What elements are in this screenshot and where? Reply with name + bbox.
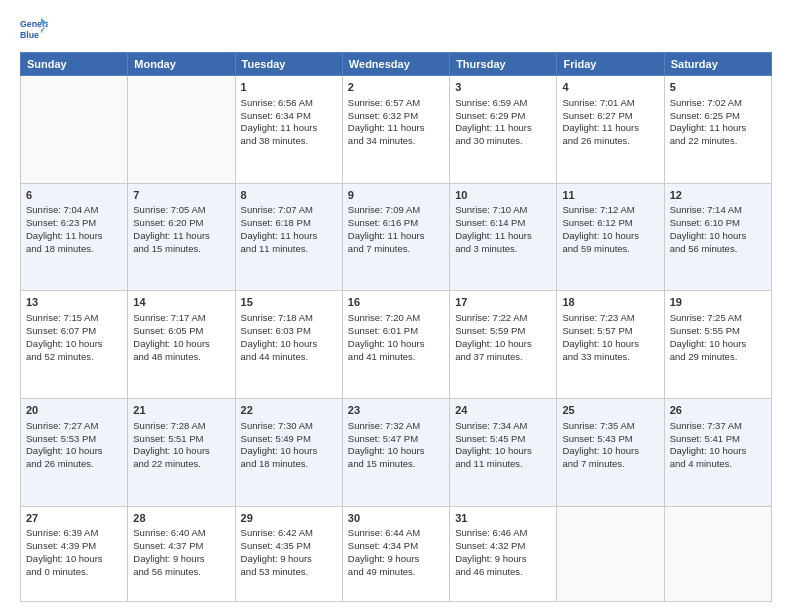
day-info: Sunrise: 7:34 AMSunset: 5:45 PMDaylight:… bbox=[455, 420, 551, 471]
day-number: 27 bbox=[26, 511, 122, 526]
day-info: Sunrise: 7:02 AMSunset: 6:25 PMDaylight:… bbox=[670, 97, 766, 148]
day-number: 13 bbox=[26, 295, 122, 310]
day-number: 26 bbox=[670, 403, 766, 418]
day-number: 16 bbox=[348, 295, 444, 310]
day-number: 14 bbox=[133, 295, 229, 310]
day-cell bbox=[664, 506, 771, 601]
day-cell: 9Sunrise: 7:09 AMSunset: 6:16 PMDaylight… bbox=[342, 183, 449, 291]
day-header-wednesday: Wednesday bbox=[342, 53, 449, 76]
day-number: 21 bbox=[133, 403, 229, 418]
day-cell: 7Sunrise: 7:05 AMSunset: 6:20 PMDaylight… bbox=[128, 183, 235, 291]
day-number: 20 bbox=[26, 403, 122, 418]
day-info: Sunrise: 6:57 AMSunset: 6:32 PMDaylight:… bbox=[348, 97, 444, 148]
week-row-3: 13Sunrise: 7:15 AMSunset: 6:07 PMDayligh… bbox=[21, 291, 772, 399]
calendar-body: 1Sunrise: 6:56 AMSunset: 6:34 PMDaylight… bbox=[21, 76, 772, 602]
day-cell: 6Sunrise: 7:04 AMSunset: 6:23 PMDaylight… bbox=[21, 183, 128, 291]
day-cell: 4Sunrise: 7:01 AMSunset: 6:27 PMDaylight… bbox=[557, 76, 664, 184]
day-cell: 1Sunrise: 6:56 AMSunset: 6:34 PMDaylight… bbox=[235, 76, 342, 184]
day-number: 23 bbox=[348, 403, 444, 418]
day-info: Sunrise: 7:04 AMSunset: 6:23 PMDaylight:… bbox=[26, 204, 122, 255]
day-cell: 14Sunrise: 7:17 AMSunset: 6:05 PMDayligh… bbox=[128, 291, 235, 399]
day-number: 28 bbox=[133, 511, 229, 526]
day-info: Sunrise: 6:42 AMSunset: 4:35 PMDaylight:… bbox=[241, 527, 337, 578]
day-cell: 17Sunrise: 7:22 AMSunset: 5:59 PMDayligh… bbox=[450, 291, 557, 399]
day-number: 19 bbox=[670, 295, 766, 310]
day-info: Sunrise: 6:44 AMSunset: 4:34 PMDaylight:… bbox=[348, 527, 444, 578]
day-info: Sunrise: 7:27 AMSunset: 5:53 PMDaylight:… bbox=[26, 420, 122, 471]
day-info: Sunrise: 7:23 AMSunset: 5:57 PMDaylight:… bbox=[562, 312, 658, 363]
day-header-monday: Monday bbox=[128, 53, 235, 76]
day-number: 12 bbox=[670, 188, 766, 203]
day-info: Sunrise: 7:25 AMSunset: 5:55 PMDaylight:… bbox=[670, 312, 766, 363]
day-info: Sunrise: 7:12 AMSunset: 6:12 PMDaylight:… bbox=[562, 204, 658, 255]
day-cell: 23Sunrise: 7:32 AMSunset: 5:47 PMDayligh… bbox=[342, 398, 449, 506]
day-cell: 13Sunrise: 7:15 AMSunset: 6:07 PMDayligh… bbox=[21, 291, 128, 399]
day-number: 10 bbox=[455, 188, 551, 203]
day-info: Sunrise: 7:09 AMSunset: 6:16 PMDaylight:… bbox=[348, 204, 444, 255]
day-cell: 8Sunrise: 7:07 AMSunset: 6:18 PMDaylight… bbox=[235, 183, 342, 291]
day-cell: 22Sunrise: 7:30 AMSunset: 5:49 PMDayligh… bbox=[235, 398, 342, 506]
day-number: 1 bbox=[241, 80, 337, 95]
day-info: Sunrise: 7:32 AMSunset: 5:47 PMDaylight:… bbox=[348, 420, 444, 471]
logo: General Blue bbox=[20, 16, 48, 44]
week-row-2: 6Sunrise: 7:04 AMSunset: 6:23 PMDaylight… bbox=[21, 183, 772, 291]
day-number: 18 bbox=[562, 295, 658, 310]
day-cell: 28Sunrise: 6:40 AMSunset: 4:37 PMDayligh… bbox=[128, 506, 235, 601]
day-header-friday: Friday bbox=[557, 53, 664, 76]
day-cell: 11Sunrise: 7:12 AMSunset: 6:12 PMDayligh… bbox=[557, 183, 664, 291]
day-info: Sunrise: 6:46 AMSunset: 4:32 PMDaylight:… bbox=[455, 527, 551, 578]
week-row-1: 1Sunrise: 6:56 AMSunset: 6:34 PMDaylight… bbox=[21, 76, 772, 184]
day-info: Sunrise: 7:10 AMSunset: 6:14 PMDaylight:… bbox=[455, 204, 551, 255]
day-cell: 24Sunrise: 7:34 AMSunset: 5:45 PMDayligh… bbox=[450, 398, 557, 506]
day-info: Sunrise: 7:07 AMSunset: 6:18 PMDaylight:… bbox=[241, 204, 337, 255]
week-row-4: 20Sunrise: 7:27 AMSunset: 5:53 PMDayligh… bbox=[21, 398, 772, 506]
day-header-sunday: Sunday bbox=[21, 53, 128, 76]
day-number: 7 bbox=[133, 188, 229, 203]
day-number: 31 bbox=[455, 511, 551, 526]
day-cell bbox=[21, 76, 128, 184]
day-info: Sunrise: 7:20 AMSunset: 6:01 PMDaylight:… bbox=[348, 312, 444, 363]
day-number: 30 bbox=[348, 511, 444, 526]
day-info: Sunrise: 7:17 AMSunset: 6:05 PMDaylight:… bbox=[133, 312, 229, 363]
day-info: Sunrise: 7:05 AMSunset: 6:20 PMDaylight:… bbox=[133, 204, 229, 255]
day-cell: 31Sunrise: 6:46 AMSunset: 4:32 PMDayligh… bbox=[450, 506, 557, 601]
day-cell: 15Sunrise: 7:18 AMSunset: 6:03 PMDayligh… bbox=[235, 291, 342, 399]
day-header-thursday: Thursday bbox=[450, 53, 557, 76]
svg-text:Blue: Blue bbox=[20, 30, 39, 40]
day-cell bbox=[128, 76, 235, 184]
day-info: Sunrise: 7:35 AMSunset: 5:43 PMDaylight:… bbox=[562, 420, 658, 471]
day-info: Sunrise: 7:28 AMSunset: 5:51 PMDaylight:… bbox=[133, 420, 229, 471]
day-number: 11 bbox=[562, 188, 658, 203]
day-cell: 27Sunrise: 6:39 AMSunset: 4:39 PMDayligh… bbox=[21, 506, 128, 601]
day-info: Sunrise: 7:37 AMSunset: 5:41 PMDaylight:… bbox=[670, 420, 766, 471]
day-number: 15 bbox=[241, 295, 337, 310]
calendar-table: SundayMondayTuesdayWednesdayThursdayFrid… bbox=[20, 52, 772, 602]
day-info: Sunrise: 6:40 AMSunset: 4:37 PMDaylight:… bbox=[133, 527, 229, 578]
day-info: Sunrise: 6:59 AMSunset: 6:29 PMDaylight:… bbox=[455, 97, 551, 148]
day-cell: 12Sunrise: 7:14 AMSunset: 6:10 PMDayligh… bbox=[664, 183, 771, 291]
day-cell bbox=[557, 506, 664, 601]
day-header-tuesday: Tuesday bbox=[235, 53, 342, 76]
day-info: Sunrise: 7:30 AMSunset: 5:49 PMDaylight:… bbox=[241, 420, 337, 471]
day-cell: 30Sunrise: 6:44 AMSunset: 4:34 PMDayligh… bbox=[342, 506, 449, 601]
header: General Blue bbox=[20, 16, 772, 44]
day-info: Sunrise: 7:22 AMSunset: 5:59 PMDaylight:… bbox=[455, 312, 551, 363]
day-number: 6 bbox=[26, 188, 122, 203]
day-cell: 2Sunrise: 6:57 AMSunset: 6:32 PMDaylight… bbox=[342, 76, 449, 184]
day-cell: 20Sunrise: 7:27 AMSunset: 5:53 PMDayligh… bbox=[21, 398, 128, 506]
day-cell: 26Sunrise: 7:37 AMSunset: 5:41 PMDayligh… bbox=[664, 398, 771, 506]
day-number: 22 bbox=[241, 403, 337, 418]
logo-icon: General Blue bbox=[20, 16, 48, 44]
day-cell: 21Sunrise: 7:28 AMSunset: 5:51 PMDayligh… bbox=[128, 398, 235, 506]
day-info: Sunrise: 7:01 AMSunset: 6:27 PMDaylight:… bbox=[562, 97, 658, 148]
day-number: 2 bbox=[348, 80, 444, 95]
day-number: 24 bbox=[455, 403, 551, 418]
day-cell: 10Sunrise: 7:10 AMSunset: 6:14 PMDayligh… bbox=[450, 183, 557, 291]
day-info: Sunrise: 6:56 AMSunset: 6:34 PMDaylight:… bbox=[241, 97, 337, 148]
day-number: 3 bbox=[455, 80, 551, 95]
calendar-header-row: SundayMondayTuesdayWednesdayThursdayFrid… bbox=[21, 53, 772, 76]
day-header-saturday: Saturday bbox=[664, 53, 771, 76]
day-number: 8 bbox=[241, 188, 337, 203]
day-number: 25 bbox=[562, 403, 658, 418]
day-number: 17 bbox=[455, 295, 551, 310]
